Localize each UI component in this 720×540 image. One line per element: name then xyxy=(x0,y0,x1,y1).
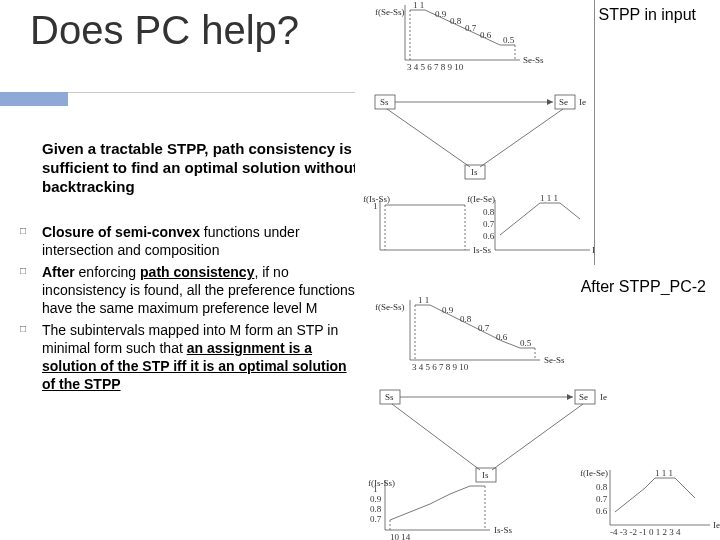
svg-text:10         14: 10 14 xyxy=(390,532,411,540)
figure-top-svg: f(Se-Ss) 1 1 0.9 0.8 0.7 0.6 0.5 3 4 5 6… xyxy=(355,0,595,265)
svg-text:f(Ie-Se): f(Ie-Se) xyxy=(580,468,608,478)
figure-label-input: STPP in input xyxy=(598,6,696,24)
svg-text:0.5: 0.5 xyxy=(503,35,515,45)
svg-line-62 xyxy=(492,404,583,470)
bullet-1: Closure of semi-convex functions under i… xyxy=(12,224,360,260)
svg-text:Se: Se xyxy=(559,97,568,107)
svg-text:1 1: 1 1 xyxy=(418,295,429,305)
bullet-2: After enforcing path consistency, if no … xyxy=(12,264,360,318)
svg-text:0.7: 0.7 xyxy=(596,494,608,504)
svg-text:0.7: 0.7 xyxy=(465,23,477,33)
svg-text:Is-Ss: Is-Ss xyxy=(473,245,492,255)
title-underline xyxy=(68,92,358,93)
svg-text:-4 -3 -2 -1  0  1  2  3  4: -4 -3 -2 -1 0 1 2 3 4 xyxy=(610,527,681,537)
svg-text:0.7: 0.7 xyxy=(370,514,382,524)
figure-stpp-after: f(Se-Ss) 1 1 0.9 0.8 0.7 0.6 0.5 3 4 5 6… xyxy=(355,295,720,540)
svg-text:f(Se-Ss): f(Se-Ss) xyxy=(375,7,405,17)
svg-text:1 1 1: 1 1 1 xyxy=(540,193,558,203)
svg-text:0.5: 0.5 xyxy=(520,338,532,348)
svg-text:0.8: 0.8 xyxy=(483,207,495,217)
svg-text:Ss: Ss xyxy=(380,97,389,107)
svg-marker-20 xyxy=(547,99,553,105)
slide: Does PC help? STPP in input After STPP_P… xyxy=(0,0,720,540)
figure-stpp-input: f(Se-Ss) 1 1 0.9 0.8 0.7 0.6 0.5 3 4 5 6… xyxy=(355,0,595,265)
svg-text:0.8: 0.8 xyxy=(370,504,382,514)
svg-text:Se: Se xyxy=(579,392,588,402)
svg-line-21 xyxy=(387,109,470,167)
svg-text:Ie-Se: Ie-Se xyxy=(713,520,720,530)
svg-text:0.7: 0.7 xyxy=(483,219,495,229)
svg-text:f(Se-Ss): f(Se-Ss) xyxy=(375,302,405,312)
slide-title: Does PC help? xyxy=(30,8,299,53)
svg-text:0.8: 0.8 xyxy=(460,314,472,324)
svg-text:0.9: 0.9 xyxy=(435,9,447,19)
svg-text:1: 1 xyxy=(373,201,378,211)
svg-text:3  4  5  6  7  8  9  10: 3 4 5 6 7 8 9 10 xyxy=(407,62,464,72)
svg-text:1 1 1: 1 1 1 xyxy=(655,468,673,478)
svg-text:0.6: 0.6 xyxy=(480,30,492,40)
svg-text:0.9: 0.9 xyxy=(370,494,382,504)
svg-text:0.6: 0.6 xyxy=(496,332,508,342)
svg-text:0.7: 0.7 xyxy=(478,323,490,333)
svg-text:Se-Ss: Se-Ss xyxy=(523,55,544,65)
svg-text:0.8: 0.8 xyxy=(450,16,462,26)
svg-text:0.9: 0.9 xyxy=(442,305,454,315)
svg-text:0.8: 0.8 xyxy=(596,482,608,492)
text-content: Given a tractable STPP, path consistency… xyxy=(12,140,360,397)
svg-text:Se-Ss: Se-Ss xyxy=(544,355,565,365)
svg-text:Is: Is xyxy=(482,470,489,480)
svg-text:0.6: 0.6 xyxy=(596,506,608,516)
svg-line-61 xyxy=(392,404,480,470)
svg-line-22 xyxy=(480,109,563,167)
figure-label-after: After STPP_PC-2 xyxy=(581,278,706,296)
svg-text:1: 1 xyxy=(373,484,378,494)
svg-text:Ie-Se: Ie-Se xyxy=(592,245,595,255)
bullet-3: The subintervals mapped into M form an S… xyxy=(12,322,360,394)
bullet-list: Closure of semi-convex functions under i… xyxy=(12,224,360,393)
svg-text:3   4   5   6   7   8   9  10: 3 4 5 6 7 8 9 10 xyxy=(412,362,469,372)
svg-marker-60 xyxy=(567,394,573,400)
title-accent-bar xyxy=(0,92,68,106)
intro-paragraph: Given a tractable STPP, path consistency… xyxy=(12,140,360,196)
figure-bottom-svg: f(Se-Ss) 1 1 0.9 0.8 0.7 0.6 0.5 3 4 5 6… xyxy=(355,295,720,540)
svg-text:Ie: Ie xyxy=(579,97,586,107)
svg-text:f(Ie-Se): f(Ie-Se) xyxy=(467,194,495,204)
svg-text:1 1: 1 1 xyxy=(413,0,424,10)
svg-text:0.6: 0.6 xyxy=(483,231,495,241)
svg-text:Is: Is xyxy=(471,167,478,177)
svg-text:Ie: Ie xyxy=(600,392,607,402)
svg-text:Is-Ss: Is-Ss xyxy=(494,525,513,535)
svg-text:Ss: Ss xyxy=(385,392,394,402)
